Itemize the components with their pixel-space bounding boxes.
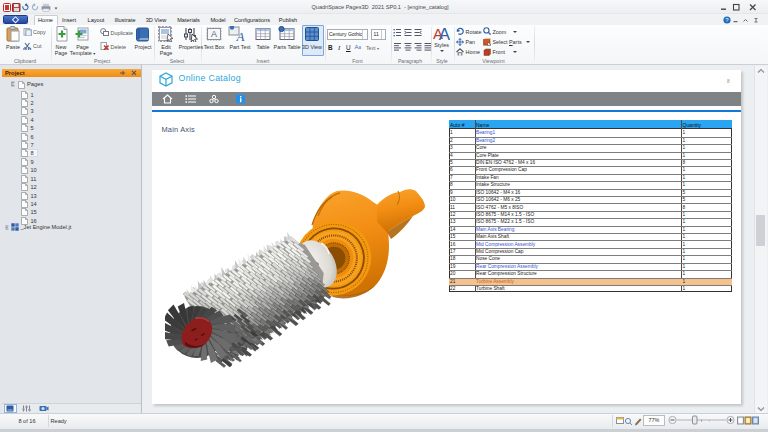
svg-text:A: A: [211, 29, 217, 39]
svg-text:A: A: [439, 25, 450, 41]
svg-text:A: A: [236, 29, 245, 43]
